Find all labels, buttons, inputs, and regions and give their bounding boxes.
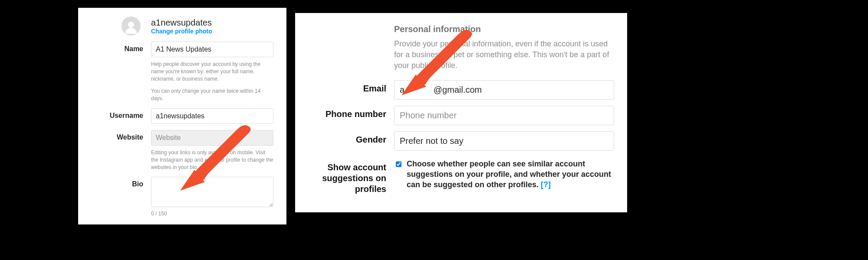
username-display: a1newsupdates — [151, 18, 212, 28]
suggestions-label: Show account suggestions on profiles — [308, 159, 394, 195]
suggestions-text: Choose whether people can see similar ac… — [407, 159, 614, 190]
name-label: Name — [91, 42, 151, 53]
website-input — [151, 130, 273, 146]
edit-profile-panel-right: Personal information Provide your person… — [295, 13, 627, 212]
bio-label: Bio — [91, 177, 151, 188]
gender-label: Gender — [308, 131, 394, 145]
bio-input[interactable] — [151, 177, 273, 207]
gender-input[interactable] — [394, 131, 614, 151]
edit-profile-panel-left: a1newsupdates Change profile photo Name … — [78, 8, 286, 224]
name-help-1: Help people discover your account by usi… — [151, 61, 273, 82]
personal-info-heading: Personal information — [394, 24, 614, 34]
suggestions-help-link[interactable]: [?] — [541, 180, 551, 189]
username-input[interactable] — [151, 108, 273, 124]
website-label: Website — [91, 130, 151, 141]
suggestions-checkbox[interactable] — [396, 160, 401, 168]
username-label: Username — [91, 108, 151, 120]
website-help: Editing your links is only available on … — [151, 149, 273, 171]
phone-input[interactable] — [394, 106, 614, 125]
change-profile-photo-link[interactable]: Change profile photo — [151, 28, 212, 35]
bio-counter: 0 / 150 — [151, 211, 273, 217]
email-input[interactable] — [394, 80, 614, 100]
profile-header: a1newsupdates Change profile photo — [91, 16, 273, 36]
name-input[interactable] — [151, 42, 273, 57]
personal-info-help: Provide your personal information, even … — [394, 39, 614, 72]
email-label: Email — [308, 80, 394, 94]
phone-label: Phone number — [308, 106, 394, 119]
avatar-icon[interactable] — [122, 16, 141, 36]
name-help-2: You can only change your name twice with… — [151, 88, 273, 102]
